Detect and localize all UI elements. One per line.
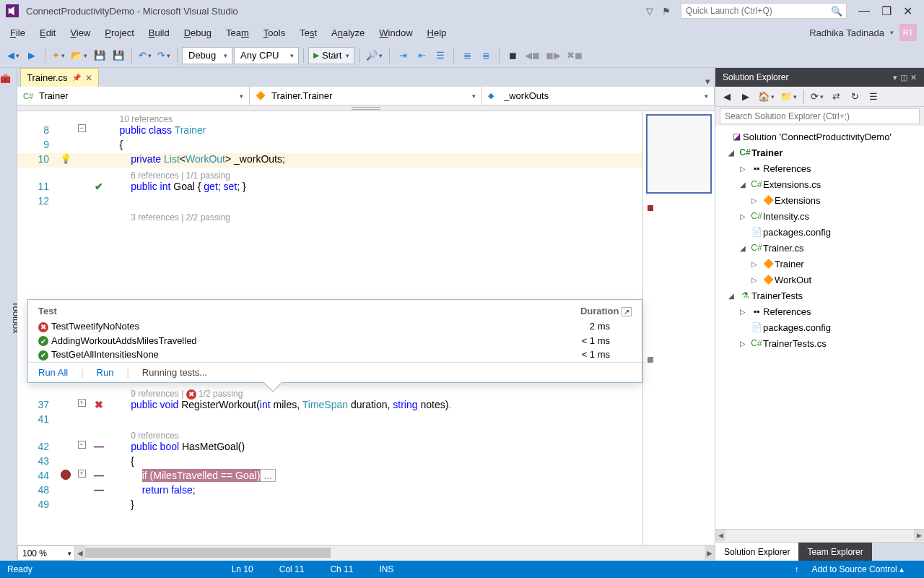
- project-trainer[interactable]: ◢C#Trainer: [715, 144, 924, 160]
- file-trainertests-cs[interactable]: ▷C#TrainerTests.cs: [715, 335, 924, 351]
- feedback-icon[interactable]: ⚑: [658, 6, 675, 17]
- config-icon: 📄: [750, 322, 763, 332]
- save-button[interactable]: 💾: [91, 47, 108, 64]
- menu-build[interactable]: Build: [141, 22, 177, 43]
- file-trainer-cs[interactable]: ◢C#Trainer.cs: [715, 240, 924, 256]
- file-intensity-cs[interactable]: ▷C#Intensity.cs: [715, 208, 924, 224]
- se-search-input[interactable]: [720, 108, 920, 124]
- open-button[interactable]: 📂: [69, 47, 90, 64]
- project-trainertests[interactable]: ◢⚗TrainerTests: [715, 288, 924, 303]
- se-h-scrollbar[interactable]: ◀▶: [715, 529, 924, 542]
- user-name[interactable]: Radhika Tadinada: [803, 27, 890, 38]
- menu-project[interactable]: Project: [97, 22, 141, 43]
- play-icon: ▶: [313, 51, 319, 60]
- solution-explorer-search[interactable]: [715, 107, 924, 126]
- user-avatar[interactable]: RT: [899, 24, 917, 41]
- menu-analyze[interactable]: Analyze: [324, 22, 372, 43]
- notifications-icon[interactable]: ▽: [642, 6, 658, 17]
- panel-menu-icon[interactable]: ▾: [893, 73, 897, 82]
- lightbulb-icon[interactable]: 💡: [60, 153, 71, 164]
- step-button-1[interactable]: ⇥: [394, 47, 411, 64]
- test-row[interactable]: ✔AddingWorkoutAddsMilesTravelled< 1 ms: [28, 334, 642, 348]
- tab-solution-explorer[interactable]: Solution Explorer: [715, 543, 798, 561]
- class-extensions[interactable]: ▷🔶Extensions: [715, 192, 924, 208]
- start-debug-button[interactable]: ▶Start▾: [308, 47, 354, 64]
- menu-edit[interactable]: Edit: [32, 22, 63, 43]
- config-combo[interactable]: Debug: [182, 47, 232, 64]
- user-menu-chevron-icon[interactable]: ▾: [890, 29, 899, 36]
- run-link[interactable]: Run: [97, 367, 114, 378]
- comment-button[interactable]: ≣: [458, 47, 476, 64]
- menu-file[interactable]: File: [3, 22, 32, 43]
- csharp-project-icon: C#: [738, 147, 751, 158]
- solution-node[interactable]: ◪Solution 'ConnectProductivityDemo': [715, 129, 924, 144]
- split-handle[interactable]: [17, 105, 715, 111]
- run-all-link[interactable]: Run All: [38, 367, 68, 378]
- menu-view[interactable]: View: [63, 22, 97, 43]
- menu-team[interactable]: Team: [219, 22, 256, 43]
- solution-tree[interactable]: ◪Solution 'ConnectProductivityDemo' ◢C#T…: [715, 126, 924, 529]
- nav-forward-button[interactable]: ▶: [23, 47, 40, 64]
- restore-button[interactable]: ❐: [876, 4, 897, 18]
- file-extensions-cs[interactable]: ◢C#Extensions.cs: [715, 176, 924, 192]
- file-packages-config[interactable]: 📄packages.config: [715, 319, 924, 335]
- test-row[interactable]: ✔TestGetAllIntensitiesNone< 1 ms: [28, 348, 642, 362]
- duration-header: Duration ↗: [580, 306, 632, 316]
- platform-combo[interactable]: Any CPU: [234, 47, 299, 64]
- redo-button[interactable]: ↷: [155, 47, 173, 64]
- toolbox-tab[interactable]: Toolbox: [0, 68, 17, 561]
- fail-gutter-icon: ✖: [95, 399, 103, 410]
- se-collapse-button[interactable]: ☰: [865, 88, 882, 105]
- pin-icon[interactable]: 📌: [72, 74, 81, 82]
- se-forward-button[interactable]: ▶: [737, 88, 754, 105]
- close-button[interactable]: ✕: [897, 4, 918, 18]
- nav-type-combo[interactable]: 🔶Trainer.Trainer: [250, 87, 482, 105]
- se-sync-button[interactable]: 📁: [778, 88, 799, 105]
- status-source-control[interactable]: Add to Source Control ▴: [799, 564, 917, 574]
- breakpoint-icon[interactable]: [61, 470, 71, 480]
- panel-pin-icon[interactable]: ◫: [900, 73, 907, 82]
- minimize-button[interactable]: —: [853, 4, 876, 17]
- se-home-button[interactable]: 🏠: [756, 88, 777, 105]
- title-bar: ConnectProductivityDemo - Microsoft Visu…: [0, 0, 924, 22]
- test-row[interactable]: ✖TestTweetifyNoNotes2 ms: [28, 319, 642, 334]
- uncomment-button[interactable]: ≣: [477, 47, 494, 64]
- nav-member-combo[interactable]: ◆_workOuts: [482, 87, 715, 105]
- nav-project-combo[interactable]: C#Trainer: [17, 87, 250, 105]
- tab-team-explorer[interactable]: Team Explorer: [798, 543, 871, 561]
- menu-tools[interactable]: Tools: [256, 22, 292, 43]
- zoom-combo[interactable]: 100 %: [17, 545, 75, 561]
- pass-icon: ✔: [38, 350, 48, 361]
- pass-icon: ✔: [38, 336, 48, 346]
- quick-launch-input[interactable]: [681, 3, 847, 19]
- popout-icon[interactable]: ↗: [622, 307, 632, 316]
- tab-overflow-button[interactable]: ▾: [701, 76, 715, 87]
- bookmark-button[interactable]: ◼: [504, 47, 521, 64]
- references-node[interactable]: ▷▪▪References: [715, 303, 924, 319]
- se-filter-button[interactable]: ⟳: [808, 88, 826, 105]
- se-showall-button[interactable]: ⇄: [827, 88, 845, 105]
- class-workout[interactable]: ▷🔶WorkOut: [715, 272, 924, 288]
- save-all-button[interactable]: 💾: [110, 47, 127, 64]
- menu-help[interactable]: Help: [420, 22, 454, 43]
- menu-debug[interactable]: Debug: [177, 22, 219, 43]
- undo-button[interactable]: ↶: [136, 47, 154, 64]
- find-button[interactable]: 🔎: [364, 47, 385, 64]
- editor-h-scrollbar[interactable]: ◀▶: [75, 545, 715, 561]
- step-button-2[interactable]: ⇤: [413, 47, 430, 64]
- quick-launch[interactable]: 🔍: [681, 3, 847, 19]
- close-tab-icon[interactable]: ✕: [85, 73, 92, 83]
- file-packages-config[interactable]: 📄packages.config: [715, 224, 924, 240]
- class-trainer[interactable]: ▷🔶Trainer: [715, 256, 924, 272]
- panel-close-icon[interactable]: ✕: [910, 73, 917, 82]
- menu-test[interactable]: Test: [292, 22, 324, 43]
- tab-trainer-cs[interactable]: Trainer.cs 📌 ✕: [20, 68, 99, 87]
- overview-ruler[interactable]: [642, 111, 715, 545]
- references-node[interactable]: ▷▪▪References: [715, 160, 924, 176]
- menu-window[interactable]: Window: [372, 22, 419, 43]
- new-project-button[interactable]: ✦: [50, 47, 67, 64]
- nav-back-button[interactable]: ◀: [4, 47, 22, 64]
- step-button-3[interactable]: ☰: [432, 47, 449, 64]
- se-back-button[interactable]: ◀: [718, 88, 736, 105]
- se-refresh-button[interactable]: ↻: [846, 88, 863, 105]
